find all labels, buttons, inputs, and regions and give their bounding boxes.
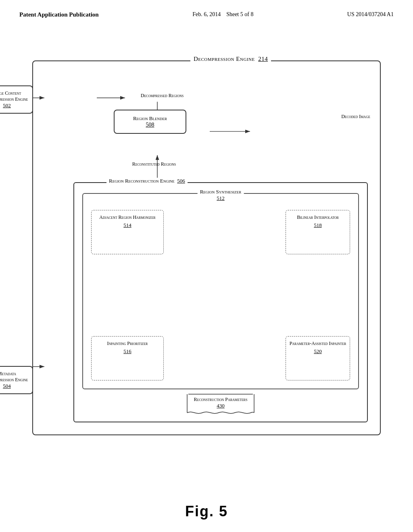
page-header: Patent Application Publication Feb. 6, 2… [0, 0, 413, 18]
rre-label: Region Reconstruction Engine 506 [106, 178, 188, 184]
arh-box: Adjacent Region Harmonizer 514 [91, 210, 164, 254]
header-sheet: Sheet 5 of 8 [226, 11, 253, 17]
header-right: US 2014/037204 A1 [347, 11, 394, 18]
mde-box: Metadata Decompression Engine 504 [0, 366, 33, 394]
diagram-area: Decompression Engine 214 Image Content D… [24, 52, 389, 459]
rre-box: Region Reconstruction Engine 506 Region … [73, 182, 368, 422]
recon-params-label: Reconstruction Parameters 430 [186, 397, 255, 409]
recon-params-container: Reconstruction Parameters 430 [186, 393, 255, 420]
reconst-regions-label: Reconstituted Regions [126, 161, 182, 167]
outer-decompression-engine-box: Decompression Engine 214 Image Content D… [32, 60, 381, 435]
rs-box: Region Synthesizer 512 Adjacent Region H… [82, 193, 359, 389]
decomp-regions-label: Decompressed Regions [138, 93, 186, 99]
header-center: Feb. 6, 2014 Sheet 5 of 8 [192, 11, 253, 18]
icde-box: Image Content Decompression Engine 502 [0, 85, 33, 114]
decoded-image-label: Decoded Image [338, 114, 374, 120]
header-date: Feb. 6, 2014 [192, 11, 221, 17]
rs-label: Region Synthesizer 512 [198, 189, 244, 202]
region-blender-box: Region Blender 508 [114, 110, 186, 134]
ip-box: Inpainting Prioritizer 516 [91, 336, 164, 380]
header-left: Patent Application Publication [19, 11, 99, 18]
bi-box: Bilinear Interpolator 518 [286, 210, 350, 254]
pai-box: Parameter-Assisted Inpainter 520 [286, 336, 350, 380]
recon-params-number: 430 [217, 403, 225, 409]
fig-label: Fig. 5 [185, 503, 228, 520]
outer-box-label: Decompression Engine 214 [190, 56, 271, 62]
